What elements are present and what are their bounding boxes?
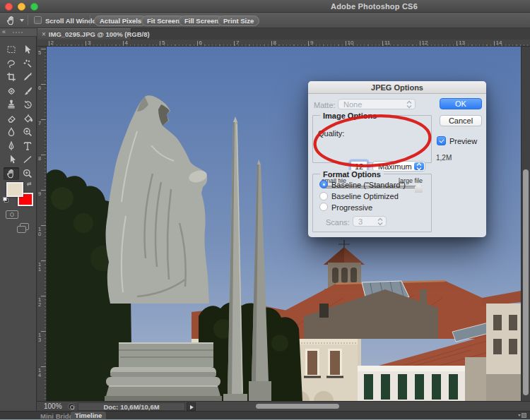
matte-value: None	[343, 100, 362, 109]
rectangular-marquee-tool[interactable]	[4, 43, 19, 56]
tool-preset-caret-icon[interactable]	[20, 19, 24, 22]
collapse-panel-icon[interactable]: «	[2, 28, 6, 35]
panel-options-icon[interactable]	[518, 413, 526, 419]
blur-drop-icon	[6, 126, 17, 138]
vertical-scrollbar[interactable]	[521, 47, 530, 401]
ruler-tick	[49, 41, 49, 47]
lasso-icon	[6, 58, 17, 69]
scans-value: 3	[358, 217, 363, 226]
brush-tool[interactable]	[20, 85, 35, 97]
zoom-window-button[interactable]	[30, 3, 38, 11]
ruler-number: 6	[38, 85, 41, 90]
type-tool[interactable]	[20, 140, 35, 152]
crop-icon	[6, 71, 17, 83]
dialog-titlebar[interactable]: JPEG Options	[308, 81, 486, 94]
ruler-number: 1 3	[38, 332, 41, 342]
ruler-number: 9	[38, 191, 41, 196]
cancel-button[interactable]: Cancel	[440, 115, 482, 126]
pen-tool[interactable]	[4, 140, 19, 152]
baseline-optimized-radio[interactable]	[319, 192, 328, 200]
quick-mask-button[interactable]	[6, 210, 18, 219]
stamp-icon	[6, 99, 17, 110]
ruler-tick	[271, 41, 272, 47]
zoom-level-field[interactable]: 100%	[44, 402, 62, 410]
zoom-tool[interactable]	[20, 167, 35, 180]
ruler-number: 4	[125, 40, 128, 46]
blur-tool[interactable]	[4, 126, 19, 138]
document-size-info[interactable]: Doc: 10,6M/10,6M	[78, 402, 185, 411]
move-tool[interactable]	[20, 43, 35, 56]
minimize-window-button[interactable]	[18, 3, 25, 11]
close-tab-icon[interactable]: ×	[42, 30, 46, 38]
clone-stamp-tool[interactable]	[4, 98, 19, 111]
status-options-button[interactable]	[187, 402, 196, 411]
line-icon	[22, 154, 33, 165]
scroll-all-windows-checkbox[interactable]	[34, 16, 42, 24]
actual-pixels-button[interactable]: Actual Pixels	[94, 16, 147, 26]
gradient-tool[interactable]	[20, 112, 35, 125]
ruler-number: 6	[199, 40, 202, 46]
lasso-tool[interactable]	[4, 57, 19, 70]
ruler-number: 2	[51, 40, 54, 46]
ruler-tick	[41, 366, 47, 367]
path-selection-tool[interactable]	[4, 153, 19, 166]
ruler-number: 1 0	[38, 227, 41, 236]
format-options-group-label: Format Options	[320, 170, 384, 179]
eraser-icon	[6, 113, 17, 124]
default-colors-icon[interactable]	[3, 197, 7, 201]
hand-tool[interactable]	[4, 167, 19, 180]
ruler-number: 1 2	[38, 297, 41, 307]
matte-label: Matte:	[314, 101, 336, 109]
marquee-icon	[6, 44, 17, 55]
ruler-tick	[41, 119, 47, 120]
eyedropper-tool[interactable]	[20, 71, 35, 83]
ruler-number: 5	[162, 40, 165, 46]
preview-checkbox[interactable]	[437, 136, 446, 145]
history-brush-icon	[22, 99, 33, 110]
vertical-ruler: 567891 01 11 21 31 4	[37, 47, 47, 401]
dodge-tool[interactable]	[20, 126, 35, 138]
foreground-color-swatch[interactable]	[6, 182, 23, 197]
ruler-number: 12	[422, 40, 428, 46]
status-bar: 100% Doc: 10,6M/10,6M	[37, 401, 530, 411]
jpeg-options-dialog: JPEG Options Matte: None OK Cancel Image…	[308, 81, 486, 237]
screen-mode-button[interactable]	[17, 226, 26, 233]
eraser-tool[interactable]	[4, 112, 19, 125]
close-window-button[interactable]	[5, 3, 13, 11]
ruler-tick	[41, 190, 47, 191]
ruler-tick	[41, 155, 47, 155]
quality-label: Quality:	[318, 129, 344, 138]
tools-panel-header: «	[0, 28, 37, 37]
magic-wand-tool[interactable]	[20, 57, 35, 70]
ruler-number: 9	[310, 40, 313, 46]
swap-colors-icon[interactable]: ⇄	[27, 181, 32, 187]
history-brush-tool[interactable]	[20, 98, 35, 111]
ok-button[interactable]: OK	[440, 98, 482, 109]
ruler-tick	[41, 296, 47, 296]
matte-dropdown[interactable]: None	[338, 99, 416, 109]
healing-brush-tool[interactable]	[4, 85, 19, 97]
magic-wand-icon	[22, 58, 33, 69]
ruler-number: 3	[88, 40, 90, 46]
print-size-button[interactable]: Print Size	[218, 16, 259, 26]
horizontal-scrollbar-thumb[interactable]	[256, 404, 339, 409]
progressive-radio[interactable]	[319, 203, 328, 211]
format-options-group: Format Options Baseline ("Standard")Base…	[312, 174, 432, 232]
scans-dropdown[interactable]: 3	[353, 216, 387, 227]
tools-panel: « ⇄	[0, 28, 37, 411]
line-tool[interactable]	[20, 153, 35, 166]
type-icon	[22, 140, 33, 152]
ruler-tick	[346, 41, 346, 47]
document-tab[interactable]: × IMG_0295.JPG @ 100% (RGB/8)	[37, 28, 131, 40]
status-icon[interactable]	[68, 403, 75, 410]
ruler-number: 5	[38, 50, 41, 55]
vertical-scrollbar-thumb[interactable]	[523, 169, 529, 395]
ruler-number: 13	[459, 40, 465, 46]
baseline-standard-radio[interactable]	[319, 180, 328, 188]
image-options-group: Image Options Quality: 12 Maximum small …	[312, 115, 432, 163]
path-select-icon	[6, 154, 17, 165]
photoshop-window: Adobe Photoshop CS6 Scroll All Windows A…	[0, 0, 530, 420]
panel-grip-icon[interactable]	[13, 32, 24, 33]
crop-tool[interactable]	[4, 71, 19, 83]
ruler-number: 8	[273, 40, 276, 46]
